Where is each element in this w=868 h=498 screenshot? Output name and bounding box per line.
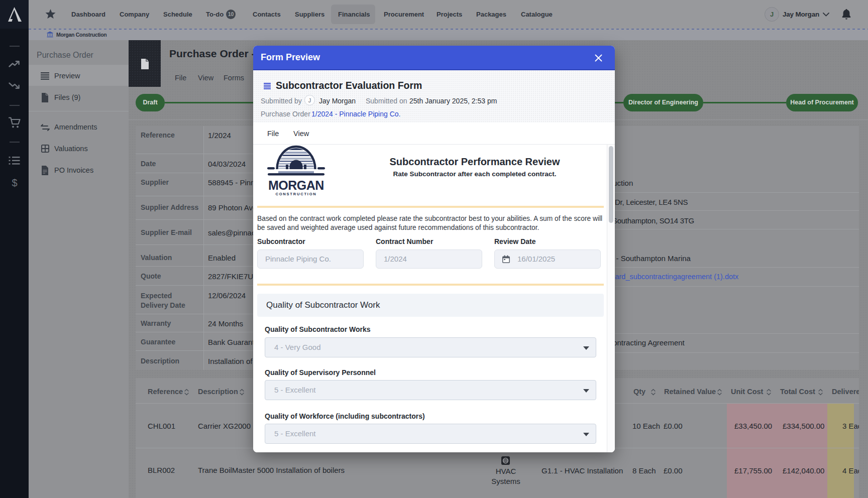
svg-text:MORGAN: MORGAN	[268, 178, 324, 192]
svg-text:CONSTRUCTION: CONSTRUCTION	[275, 192, 316, 196]
